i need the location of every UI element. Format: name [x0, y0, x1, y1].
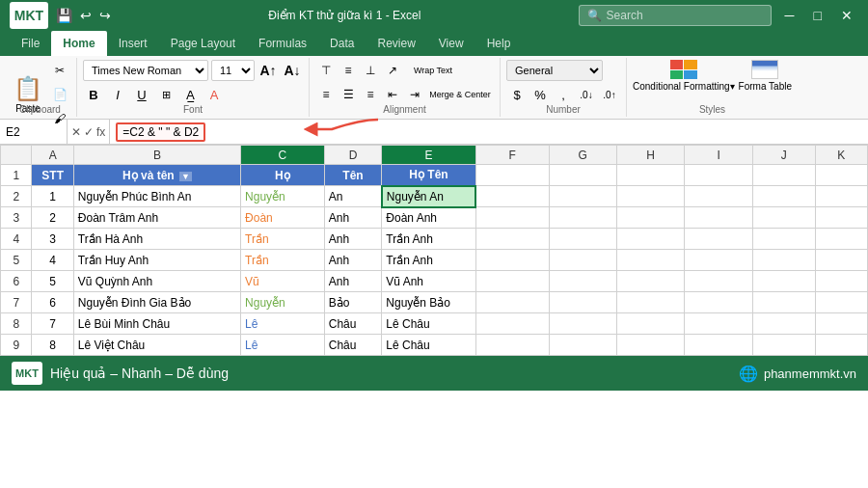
cell-stt[interactable]: 2: [32, 207, 73, 229]
filter-dropdown-icon[interactable]: ▼: [179, 172, 192, 181]
cell-g[interactable]: [549, 250, 616, 271]
cell-h[interactable]: [616, 250, 684, 271]
col-header-g[interactable]: G: [549, 146, 616, 165]
cell-i[interactable]: [685, 229, 752, 250]
decrease-font-button[interactable]: A↓: [282, 60, 303, 81]
cut-button[interactable]: ✂: [49, 60, 70, 81]
cell-h[interactable]: [616, 313, 684, 335]
cell-j[interactable]: [752, 313, 815, 335]
header-ho-ten[interactable]: Họ và tên ▼: [73, 165, 240, 186]
cell-g[interactable]: [549, 335, 616, 356]
formula-input-area[interactable]: =C2 & " " & D2: [110, 120, 868, 144]
underline-button[interactable]: U: [131, 84, 152, 105]
cell-k[interactable]: [815, 229, 867, 250]
currency-button[interactable]: $: [506, 84, 528, 105]
fill-color-button[interactable]: A̲: [179, 84, 201, 105]
cell-g[interactable]: [549, 271, 616, 292]
quick-access-undo[interactable]: ↩: [80, 8, 92, 23]
conditional-formatting-button[interactable]: Conditional Formatting▾: [633, 60, 735, 92]
col-header-e[interactable]: E: [382, 146, 475, 165]
formula-confirm-icon[interactable]: ✓: [84, 125, 94, 139]
indent-increase-button[interactable]: ⇥: [404, 84, 425, 105]
cell-i[interactable]: [685, 207, 752, 229]
cell-ho[interactable]: Lê: [241, 313, 325, 335]
tab-page-layout[interactable]: Page Layout: [159, 31, 247, 56]
align-top-button[interactable]: ⊤: [315, 60, 337, 81]
cell-j[interactable]: [752, 186, 815, 207]
cell-ten[interactable]: Anh: [324, 271, 382, 292]
tab-insert[interactable]: Insert: [107, 31, 159, 56]
cell-ten[interactable]: Anh: [324, 250, 382, 271]
align-bottom-button[interactable]: ⊥: [360, 60, 381, 81]
cell-ho-ten[interactable]: Nguyễn Bảo: [382, 292, 475, 313]
tab-help[interactable]: Help: [475, 31, 523, 56]
wrap-text-button[interactable]: Wrap Text: [404, 60, 462, 81]
cell-k[interactable]: [815, 313, 867, 335]
col-header-j[interactable]: J: [752, 146, 815, 165]
col-header-f[interactable]: F: [475, 146, 549, 165]
cell-g[interactable]: [549, 207, 616, 229]
cell-f[interactable]: [475, 271, 549, 292]
quick-access-save[interactable]: 💾: [56, 8, 72, 23]
cell-f[interactable]: [475, 186, 549, 207]
format-table-button[interactable]: Forma Table: [739, 60, 792, 92]
font-size-select[interactable]: 11: [211, 60, 255, 81]
cell-k[interactable]: [815, 271, 867, 292]
formula-cancel-icon[interactable]: ✕: [71, 125, 81, 139]
cell-f[interactable]: [475, 335, 549, 356]
cell-stt[interactable]: 6: [32, 292, 73, 313]
website-link[interactable]: phanmemmkt.vn: [764, 366, 856, 381]
header-ho-ten2[interactable]: Họ Tên: [382, 165, 475, 186]
percent-button[interactable]: %: [529, 84, 551, 105]
tab-view[interactable]: View: [427, 31, 475, 56]
cell-k[interactable]: [815, 207, 867, 229]
font-color-button[interactable]: A: [203, 84, 225, 105]
cell-k[interactable]: [815, 250, 867, 271]
tab-formulas[interactable]: Formulas: [247, 31, 318, 56]
header-ten[interactable]: Tên: [324, 165, 382, 186]
cell-g[interactable]: [549, 292, 616, 313]
cell-i[interactable]: [685, 313, 752, 335]
col-header-a[interactable]: A: [32, 146, 73, 165]
cell-ho[interactable]: Nguyễn: [241, 186, 325, 207]
col-header-h[interactable]: H: [616, 146, 684, 165]
cell-ho[interactable]: Trần: [241, 250, 325, 271]
cell-g[interactable]: [549, 313, 616, 335]
cell-j[interactable]: [752, 292, 815, 313]
cell-f[interactable]: [475, 292, 549, 313]
cell-ten[interactable]: An: [324, 186, 382, 207]
cell-ho-va-ten[interactable]: Lê Việt Châu: [73, 335, 240, 356]
cell-i[interactable]: [685, 292, 752, 313]
cell-ho-va-ten[interactable]: Trần Hà Anh: [73, 229, 240, 250]
align-right-button[interactable]: ≡: [360, 84, 381, 105]
cell-ten[interactable]: Châu: [324, 335, 382, 356]
cell-j[interactable]: [752, 271, 815, 292]
decimal-decrease-button[interactable]: .0↓: [576, 84, 597, 105]
tab-home[interactable]: Home: [51, 31, 106, 56]
cell-ho-va-ten[interactable]: Nguyễn Đình Gia Bảo: [73, 292, 240, 313]
orientation-button[interactable]: ↗: [382, 60, 403, 81]
window-maximize[interactable]: □: [808, 6, 827, 25]
cell-stt[interactable]: 3: [32, 229, 73, 250]
cell-f[interactable]: [475, 229, 549, 250]
tab-review[interactable]: Review: [366, 31, 426, 56]
cell-g[interactable]: [549, 229, 616, 250]
font-name-select[interactable]: Times New Roman: [83, 60, 208, 81]
search-box[interactable]: 🔍 Search: [579, 5, 772, 26]
increase-font-button[interactable]: A↑: [258, 60, 279, 81]
cell-ho-va-ten[interactable]: Đoàn Trâm Anh: [73, 207, 240, 229]
cell-ten[interactable]: Bảo: [324, 292, 382, 313]
cell-ho-va-ten[interactable]: Lê Bùi Minh Châu: [73, 313, 240, 335]
cell-k[interactable]: [815, 335, 867, 356]
cell-h[interactable]: [616, 271, 684, 292]
cell-ho[interactable]: Lê: [241, 335, 325, 356]
cell-h[interactable]: [616, 186, 684, 207]
cell-h[interactable]: [616, 207, 684, 229]
cell-k[interactable]: [815, 186, 867, 207]
cell-ho-ten[interactable]: Trần Anh: [382, 250, 475, 271]
cell-ho-ten[interactable]: Đoàn Anh: [382, 207, 475, 229]
cell-i[interactable]: [685, 271, 752, 292]
cell-k[interactable]: [815, 292, 867, 313]
bold-button[interactable]: B: [83, 84, 104, 105]
cell-ten[interactable]: Anh: [324, 207, 382, 229]
